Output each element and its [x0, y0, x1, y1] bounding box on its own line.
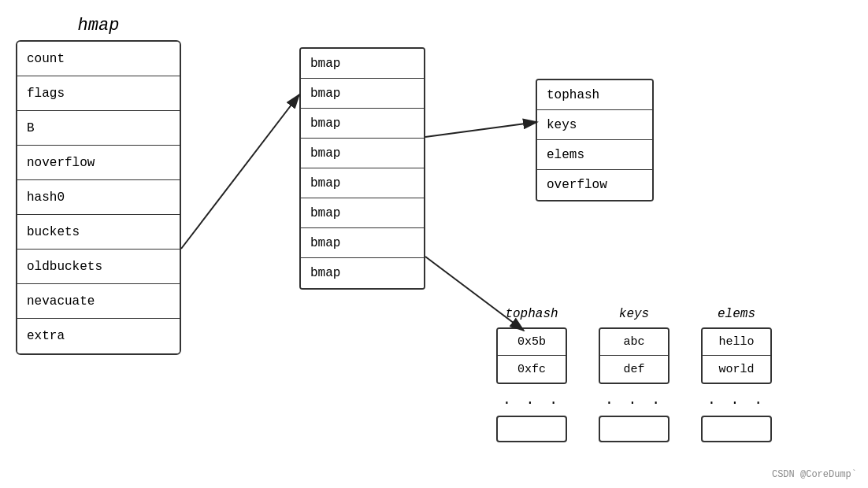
hmap-field-flags: flags: [17, 76, 180, 111]
elems-col-title: elems: [718, 307, 755, 321]
bucket-row-1: bmap: [301, 49, 424, 79]
bucket-row-4: bmap: [301, 139, 424, 168]
svg-line-1: [425, 122, 537, 137]
bucket-row-5: bmap: [301, 168, 424, 198]
bmap-detail-overflow: overflow: [537, 170, 652, 200]
tophash-dots: . . .: [503, 392, 561, 408]
bucket-row-7: bmap: [301, 228, 424, 258]
elems-mini-box: hello world: [701, 327, 772, 384]
buckets-section: bmap bmap bmap bmap bmap bmap bmap bmap: [299, 47, 425, 290]
bucket-row-6: bmap: [301, 198, 424, 228]
hmap-section: hmap count flags B noverflow hash0 bucke…: [16, 16, 181, 355]
elems-dots: . . .: [707, 392, 766, 408]
elems-row-1: hello: [703, 329, 770, 356]
hmap-field-nevacuate: nevacuate: [17, 284, 180, 319]
keys-mini-box: abc def: [599, 327, 670, 384]
bmap-detail-tophash: tophash: [537, 80, 652, 110]
bmap-detail-elems: elems: [537, 140, 652, 170]
bucket-row-8: bmap: [301, 258, 424, 288]
keys-col: keys abc def . . .: [599, 307, 670, 442]
bucket-row-2: bmap: [301, 79, 424, 109]
bmap-detail-box: tophash keys elems overflow: [536, 79, 654, 201]
elems-row-2: world: [703, 356, 770, 383]
keys-col-title: keys: [619, 307, 649, 321]
hmap-field-b: B: [17, 111, 180, 146]
buckets-box: bmap bmap bmap bmap bmap bmap bmap bmap: [299, 47, 425, 290]
bmap-detail-keys: keys: [537, 110, 652, 140]
tophash-col: tophash 0x5b 0xfc . . .: [496, 307, 567, 442]
tophash-row-2: 0xfc: [498, 356, 566, 383]
hmap-field-extra: extra: [17, 319, 180, 353]
diagram-container: hmap count flags B noverflow hash0 bucke…: [0, 0, 868, 488]
tophash-col-title: tophash: [505, 307, 558, 321]
hmap-field-buckets: buckets: [17, 215, 180, 250]
tophash-empty-box: [496, 416, 567, 442]
tophash-mini-box: 0x5b 0xfc: [496, 327, 567, 384]
keys-row-2: def: [600, 356, 668, 383]
hmap-field-oldbuckets: oldbuckets: [17, 250, 180, 284]
hmap-field-noverflow: noverflow: [17, 146, 180, 180]
tophash-row-1: 0x5b: [498, 329, 566, 356]
bmap-detail-section: tophash keys elems overflow: [536, 79, 654, 201]
keys-empty-box: [599, 416, 670, 442]
bucket-row-3: bmap: [301, 109, 424, 139]
keys-dots: . . .: [605, 392, 663, 408]
hmap-struct-box: count flags B noverflow hash0 buckets ol…: [16, 40, 181, 355]
hmap-field-count: count: [17, 42, 180, 76]
keys-row-1: abc: [600, 329, 668, 356]
watermark: CSDN @CoreDump`: [772, 469, 857, 480]
elems-col: elems hello world . . .: [701, 307, 772, 442]
hmap-field-hash0: hash0: [17, 180, 180, 215]
elems-empty-box: [701, 416, 772, 442]
bottom-detail-section: tophash 0x5b 0xfc . . . keys abc def . .…: [496, 307, 772, 442]
hmap-title: hmap: [16, 16, 181, 35]
svg-line-0: [181, 94, 299, 249]
